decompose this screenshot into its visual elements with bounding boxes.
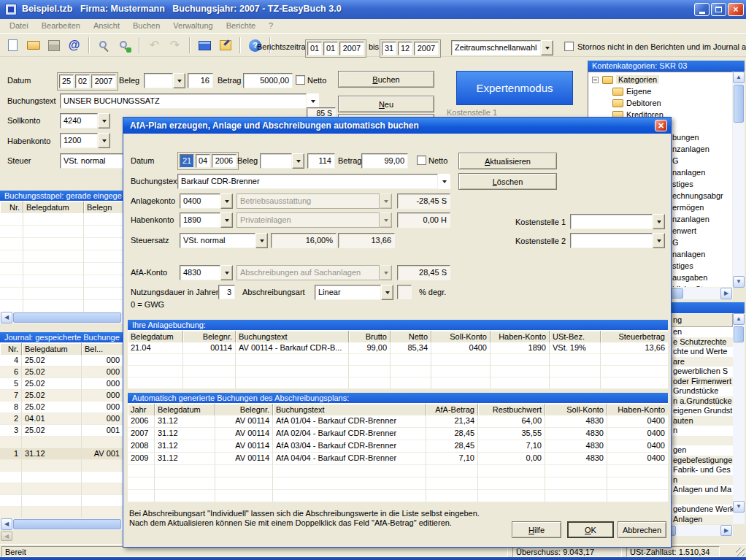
chevron-down-icon[interactable] <box>220 212 233 228</box>
chevron-down-icon[interactable] <box>381 285 393 300</box>
column-header[interactable]: Buchungstext <box>273 404 426 415</box>
menu-item[interactable]: ? <box>262 19 280 33</box>
tree-item-kategorien[interactable]: Kategorien <box>592 75 659 84</box>
menu-item[interactable]: Berichte <box>220 19 262 33</box>
to-year[interactable]: 2007 <box>414 42 439 55</box>
tree-item-fragment[interactable]: G <box>672 237 732 248</box>
tree-item-fragment[interactable]: nanlagen <box>672 248 732 260</box>
datum-field[interactable]: 25 02 2007 <box>57 72 118 91</box>
chevron-down-icon[interactable] <box>541 40 553 55</box>
from-month[interactable]: 01 <box>323 42 338 55</box>
steuersatz-value[interactable]: VSt. normal <box>180 233 255 248</box>
anlage-table-row[interactable] <box>128 354 668 366</box>
column-header[interactable]: Belegnr. <box>215 404 273 415</box>
tree-item-fragment[interactable]: bungen <box>672 131 732 143</box>
menu-item[interactable]: Ansicht <box>87 19 126 33</box>
journal-row[interactable]: 2 04.01 000 <box>0 413 123 425</box>
menu-item[interactable]: Buchen <box>126 19 166 33</box>
plan-table-row[interactable]: 2007 31.12 AV 00114 AfA 02/04 - Barkauf … <box>128 428 668 440</box>
tree-item-fragment[interactable]: stiges <box>672 260 732 272</box>
scroll-up-icon[interactable]: ▲ <box>733 313 745 325</box>
period-from-date[interactable]: 01 01 2007 <box>305 39 366 58</box>
chevron-down-icon[interactable] <box>653 214 665 229</box>
plan-table-row[interactable] <box>128 490 668 502</box>
buchungstext-value[interactable]: UNSER BUCHUNGSSATZ <box>60 93 307 109</box>
plan-table-row[interactable]: 2006 31.12 AV 00114 AfA 01/04 - Barkauf … <box>128 415 668 428</box>
sollkonto-combo[interactable]: 4240 <box>60 113 110 129</box>
quick-select-combo[interactable]: Zeitraumschnellanwahl <box>451 40 553 55</box>
sollkonto-value[interactable]: 4240 <box>60 113 98 129</box>
undo-icon[interactable]: ↶ <box>146 37 163 54</box>
chevron-down-icon[interactable] <box>255 233 268 248</box>
collapse-icon[interactable] <box>592 77 599 83</box>
tree-item-label[interactable]: Debitoren <box>626 99 661 107</box>
journal-row[interactable]: 4 25.02 000 <box>0 355 123 367</box>
menu-item[interactable]: Verwaltung <box>166 19 219 33</box>
beleg-combo[interactable] <box>144 73 185 88</box>
netto-checkbox[interactable] <box>296 75 305 85</box>
journal-row[interactable] <box>0 495 123 507</box>
abschreibungsart-value[interactable]: Linear <box>315 285 381 300</box>
journal-row[interactable]: 6 25.02 000 <box>0 367 123 378</box>
plan-table-row[interactable]: 2009 31.12 AV 00114 AfA 04/04 - Barkauf … <box>128 453 668 465</box>
betrag-field[interactable]: 5000,00 <box>243 73 293 88</box>
title-bar[interactable]: Beispiel.tzb Firma: Mustermann Buchungsj… <box>0 0 746 19</box>
column-header[interactable]: Haben-Konto <box>491 331 550 342</box>
column-header[interactable]: Belegdatum <box>155 404 215 415</box>
dlg-habenkonto-combo[interactable]: 1890 <box>180 212 233 228</box>
column-header[interactable]: Belegnr. <box>183 331 236 342</box>
abschreibungsart-combo[interactable]: Linear <box>315 285 393 300</box>
menu-item[interactable]: Datei <box>3 19 35 33</box>
column-header[interactable]: Netto <box>391 331 431 342</box>
tree-item-fragment[interactable]: nanlagen <box>672 166 732 178</box>
plan-table-row[interactable] <box>128 465 668 477</box>
journal-row[interactable]: 7 25.02 000 <box>0 390 123 402</box>
column-header[interactable]: AfA-Betrag <box>426 404 478 415</box>
redo-icon[interactable]: ↷ <box>166 37 183 54</box>
column-header[interactable]: Belegdatum <box>128 331 183 342</box>
column-header[interactable]: Haben-Konto <box>607 404 668 415</box>
tree-item-fragment[interactable]: bliche Steuern <box>672 283 732 287</box>
tree-item-label[interactable]: Eigene <box>626 87 651 96</box>
afakonto-value[interactable]: 4830 <box>180 265 220 280</box>
tree-item-debitoren[interactable]: Debitoren <box>612 99 661 107</box>
chevron-down-icon[interactable] <box>98 133 110 148</box>
anlage-table-row[interactable]: 21.04 00114 AV 00114 - Barkauf CDR-B... … <box>128 342 668 354</box>
search-refresh-icon[interactable] <box>116 37 133 54</box>
scrollbar-thumb[interactable] <box>734 85 744 123</box>
new-file-icon[interactable] <box>4 37 21 54</box>
to-month[interactable]: 12 <box>398 42 412 55</box>
close-button[interactable]: × <box>728 3 744 16</box>
journal-row[interactable]: 1 31.12 AV 001 <box>0 448 123 460</box>
anlagekonto-combo[interactable]: 0400 <box>180 193 233 209</box>
chevron-down-icon[interactable] <box>307 93 319 109</box>
dlg-betrag-field[interactable]: 99,00 <box>361 153 408 169</box>
column-header[interactable]: Soll-Konto <box>545 404 607 415</box>
scroll-right-icon[interactable]: ▶ <box>720 525 732 536</box>
anlage-table-row[interactable] <box>128 366 668 377</box>
from-year[interactable]: 2007 <box>339 42 364 55</box>
quick-select-value[interactable]: Zeitraumschnellanwahl <box>451 40 541 55</box>
column-header[interactable]: Steuerbetrag <box>601 331 668 342</box>
journal-row[interactable]: 3 25.02 001 <box>0 425 123 437</box>
kostenstelle2-value[interactable] <box>570 233 653 248</box>
from-day[interactable]: 01 <box>307 42 322 55</box>
column-header[interactable]: Belegdatum <box>23 202 84 213</box>
neu-button[interactable]: Neu <box>338 96 434 112</box>
dlg-buchungstext-value[interactable]: Barkauf CDR-Brenner <box>177 174 438 189</box>
chevron-down-icon[interactable] <box>98 113 110 129</box>
dlg-beleg-value[interactable] <box>260 153 292 169</box>
habenkonto-combo[interactable]: 1200 <box>60 133 110 148</box>
to-day[interactable]: 31 <box>382 42 396 55</box>
dlg-beleg-combo[interactable] <box>260 153 304 169</box>
plan-table-row[interactable] <box>128 477 668 490</box>
scroll-left-icon[interactable]: ◀ <box>1 312 12 323</box>
datum-month[interactable]: 02 <box>75 74 90 88</box>
column-header[interactable]: Brutto <box>349 331 391 342</box>
column-header[interactable]: Restbuchwert <box>478 404 545 415</box>
journal-row[interactable] <box>0 507 123 518</box>
chevron-down-icon[interactable] <box>220 265 233 280</box>
calculator-icon[interactable] <box>196 37 213 54</box>
minimize-button[interactable] <box>694 3 710 16</box>
tree-item-eigene[interactable]: Eigene <box>612 87 651 96</box>
